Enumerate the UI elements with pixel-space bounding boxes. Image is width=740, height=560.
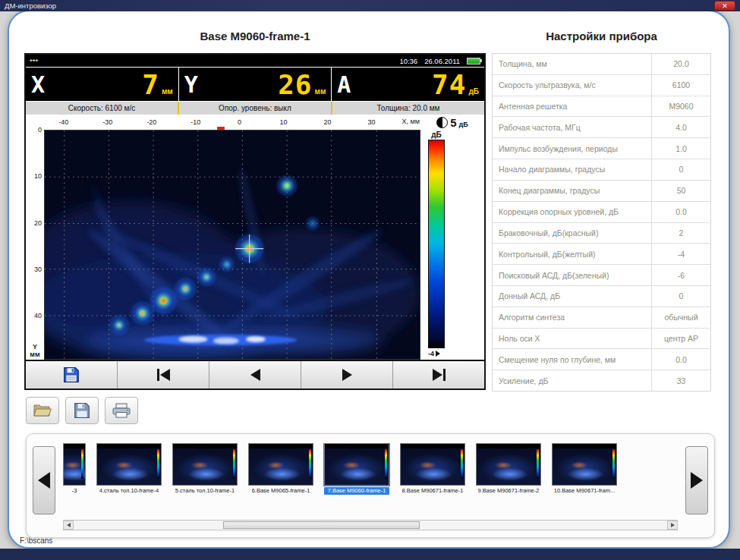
thumbnail-image [63,443,86,486]
setting-value: 33 [651,370,710,391]
skip-to-first-icon [157,369,170,381]
readout-cell: A 74 дБ [332,68,484,101]
thumbnail-caption: 4.сталь тол.10-frame-4 [96,487,162,495]
thumbnail-image [248,443,313,486]
last-frame-button[interactable] [393,361,484,389]
printer-icon [112,402,131,419]
thumbnail-image [96,443,162,486]
setting-name: Рабочая частота, МГц [493,117,651,137]
filmstrip-scroll-left-button[interactable] [33,446,55,514]
y-axis-tick: 20 [26,219,42,228]
y-axis: 010203040 Y мм [26,130,44,360]
previous-icon [250,369,260,381]
filmstrip-scrollbar[interactable] [63,520,678,530]
readout-axis-label: X [31,71,45,98]
settings-row: Конец диаграммы, градусы 50 [493,181,710,202]
thumbnail-item[interactable]: 7.Base M9060-frame-1 [324,443,389,495]
setting-name: Скорость ультразвука, м/с [493,75,651,96]
readout-value: 26 [278,69,312,100]
first-frame-button[interactable] [118,361,209,389]
print-button[interactable] [105,397,138,424]
settings-row: Ноль оси X центр АР [493,329,710,350]
settings-row: Антенная решетка M9060 [493,96,710,118]
colorbar-label: дБ [428,130,445,140]
settings-row: Усиление, дБ 33 [493,370,710,391]
save-file-button[interactable] [65,397,99,424]
contrast-unit: дБ [459,121,468,128]
thumbnail-item[interactable]: -3 [63,443,86,495]
thumbnail-item[interactable]: 4.сталь тол.10-frame-4 [96,443,162,495]
setting-name: Усиление, дБ [493,370,651,391]
setting-value: 0 [651,159,710,180]
thumbnail-item[interactable]: 6.Base M9065-frame-1 [248,443,313,495]
setting-value: 0.0 [651,349,710,370]
setting-value: центр АР [651,329,710,349]
settings-row: Смещение нуля по глубине, мм 0.0 [493,349,710,370]
setting-value: 4.0 [651,117,710,137]
colorbar [428,140,445,348]
setting-value: -4 [651,244,710,264]
thumbnail-item[interactable]: 5.сталь тол.10-frame-1 [172,443,238,495]
contrast-control[interactable]: 5 дБ [420,115,484,130]
scrollbar-left-arrow[interactable] [63,521,74,530]
setting-name: Донный АСД, дБ [493,286,651,307]
thumbnail-item[interactable]: 8.Base M90671-frame-1 [400,443,465,495]
left-arrow-icon [38,472,50,489]
settings-row: Рабочая частота, МГц 4.0 [493,117,710,138]
previous-frame-button[interactable] [209,361,301,389]
settings-row: Импульс возбуждения, периоды 1.0 [493,138,710,159]
info-item: Опор. уровень: выкл [179,102,332,115]
thumbnail-item[interactable]: 9.Base M90671-frame-2 [476,443,541,495]
readout-unit: мм [162,87,173,96]
setting-name: Антенная решетка [493,96,651,117]
info-item: Скорость: 6100 м/с [26,102,179,115]
status-path: F:\bscans [20,536,52,545]
setting-name: Контрольный, дБ(желтый) [493,244,651,264]
next-frame-button[interactable] [301,361,393,389]
setting-value: 50 [651,181,710,201]
bscan-image[interactable] [44,130,420,360]
settings-title: Настройки прибора [492,30,711,42]
open-file-button[interactable] [26,397,59,424]
x-axis-label: X, мм [402,118,420,125]
thumbnail-image [172,443,238,486]
colorbar-column: дБ -4 [420,130,484,360]
thumbnail-caption: 9.Base M90671-frame-2 [476,487,541,495]
coordinate-readouts: X 7 мм Y 26 мм A 74 дБ [26,67,484,102]
scrollbar-thumb[interactable] [223,521,420,529]
setting-value: 6100 [651,75,710,96]
settings-row: Браковочный, дБ(красный) 2 [493,223,710,244]
colorbar-marker-icon [436,351,440,357]
settings-row: Начало диаграммы, градусы 0 [493,159,710,181]
setting-name: Браковочный, дБ(красный) [493,223,651,244]
thumbnail-item[interactable]: 10.Base M90671-fram... [552,443,617,495]
skip-to-last-icon [433,369,446,381]
window-titlebar: ДМ-интровизор ✕ [0,0,740,11]
floppy-icon [63,367,80,383]
bottom-bar [0,549,740,560]
setting-name: Начало диаграммы, градусы [493,159,651,180]
settings-row: Поисковый АСД, дБ(зеленый) -6 [493,265,710,286]
floppy-icon [74,402,90,419]
thumbnail-caption: 8.Base M90671-frame-1 [400,487,465,495]
setting-value: 20.0 [651,54,710,74]
close-button[interactable]: ✕ [714,1,735,11]
thumbnail-caption: -3 [63,487,86,495]
thumbnail-image [552,443,617,486]
colorbar-threshold: -4 [428,348,484,358]
device-save-button[interactable] [26,361,118,389]
info-item: Толщина: 20.0 мм [332,102,484,115]
scrollbar-right-arrow[interactable] [667,521,678,530]
y-axis-label: Y мм [26,343,44,358]
setting-value: 2 [651,223,710,244]
setting-name: Ноль оси X [493,329,651,349]
filmstrip-panel: -3 4.сталь тол.10-frame-4 5.сталь тол.10… [26,433,715,538]
filmstrip-scroll-right-button[interactable] [685,446,708,514]
settings-row: Коррекция опорных уровней, дБ 0.0 [493,202,710,223]
device-screen-panel: *** 10:36 26.06.2011 X 7 мм Y [24,53,486,390]
y-axis-tick: 30 [26,265,42,274]
settings-row: Контрольный, дБ(желтый) -4 [493,244,710,265]
setting-name: Поисковый АСД, дБ(зеленый) [493,265,651,285]
thumbnail-strip: -3 4.сталь тол.10-frame-4 5.сталь тол.10… [63,443,678,507]
setting-name: Импульс возбуждения, периоды [493,138,651,159]
